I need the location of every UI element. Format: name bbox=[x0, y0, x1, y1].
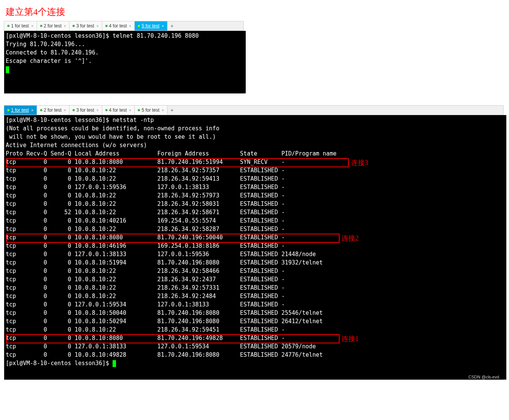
table-row: tcp 0 0 10.0.8.10:50294 81.70.240.196:80… bbox=[6, 317, 505, 325]
tab-label: 4 for test bbox=[109, 107, 127, 113]
table-row: tcp 0 0 10.0.8.10:22 218.26.34.92:2484 E… bbox=[6, 292, 505, 300]
annotation-conn3: 连接3 bbox=[351, 158, 368, 167]
tab-1-4[interactable]: 4 for test× bbox=[102, 21, 135, 30]
table-row: tcp 0 0 10.0.8.10:22 218.26.34.92:57973 … bbox=[6, 191, 505, 200]
status-dot-icon bbox=[72, 25, 75, 27]
terminal-prompt: [pxl@VM-8-10-centos lesson36]$ bbox=[6, 360, 113, 367]
netstat-header: Proto Recv-Q Send-Q Local Address Foreig… bbox=[6, 150, 337, 157]
tab-label: 2 for test bbox=[44, 23, 62, 29]
status-dot-icon bbox=[7, 25, 10, 27]
status-dot-icon bbox=[105, 25, 108, 27]
table-row: tcp 0 0 10.0.8.10:50040 81.70.240.196:80… bbox=[6, 309, 505, 317]
tab-bar-2: 1 for test× 2 for test× 3 for test× 4 fo… bbox=[4, 106, 503, 115]
status-dot-icon bbox=[7, 109, 10, 111]
terminal-output-1[interactable]: [pxl@VM-8-10-centos lesson36]$ telnet 81… bbox=[4, 31, 246, 93]
status-dot-icon bbox=[138, 25, 140, 27]
table-row: tcp 0 0 10.0.8.10:40216 169.254.0.55:557… bbox=[6, 216, 505, 225]
close-icon[interactable]: × bbox=[64, 24, 66, 28]
table-row: tcp 0 0 127.0.0.1:59534 127.0.0.1:38133 … bbox=[6, 300, 505, 309]
tab-1-3[interactable]: 3 for test× bbox=[69, 21, 102, 30]
terminal-line: (Not all processes could be identified, … bbox=[6, 125, 219, 132]
close-icon[interactable]: × bbox=[129, 24, 131, 28]
add-tab-button[interactable]: + bbox=[168, 107, 177, 113]
tab-label: 5 for test bbox=[142, 107, 159, 113]
terminal-window-2-wrap: 1 for test× 2 for test× 3 for test× 4 fo… bbox=[4, 105, 504, 380]
tab-label: 3 for test bbox=[76, 107, 94, 113]
tab-label: 4 for test bbox=[109, 23, 127, 29]
table-row: tcp 0 0 127.0.0.1:59536 127.0.0.1:38133 … bbox=[6, 183, 505, 191]
tab-1-2[interactable]: 2 for test× bbox=[37, 21, 70, 30]
terminal-output-2[interactable]: [pxl@VM-8-10-centos lesson36]$ netstat -… bbox=[4, 115, 506, 380]
terminal-line: Escape character is '^]'. bbox=[6, 58, 92, 64]
table-row: tcp 0 0 10.0.8.10:8080 81.70.240.196:500… bbox=[6, 233, 505, 242]
terminal-line: Trying 81.70.240.196... bbox=[6, 41, 85, 48]
tab-2-2[interactable]: 2 for test× bbox=[37, 106, 70, 115]
annotation-conn1: 连接1 bbox=[341, 334, 359, 343]
table-row: tcp 0 0 10.0.8.10:8080 81.70.240.196:498… bbox=[6, 334, 505, 342]
table-row: tcp 0 0 10.0.8.10:22 218.26.34.92:2437 E… bbox=[6, 275, 505, 284]
cursor-icon bbox=[113, 360, 116, 367]
tab-label: 5 for test bbox=[142, 23, 159, 29]
terminal-line: Active Internet connections (w/o servers… bbox=[6, 142, 147, 149]
table-row: tcp 0 0 10.0.8.10:22 218.26.34.92:57357 … bbox=[6, 166, 505, 175]
table-row: tcp 0 0 10.0.8.10:8080 81.70.240.196:519… bbox=[6, 158, 505, 166]
table-row: tcp 0 0 10.0.8.10:22 218.26.34.92:58287 … bbox=[6, 225, 505, 233]
table-row: tcp 0 52 10.0.8.10:22 218.26.34.92:58671… bbox=[6, 208, 505, 216]
tab-label: 3 for test bbox=[76, 23, 94, 29]
table-row: tcp 0 0 127.0.0.1:38133 127.0.0.1:59536 … bbox=[6, 250, 505, 258]
tab-bar-1: 1 for test× 2 for test× 3 for test× 4 fo… bbox=[4, 21, 243, 31]
status-dot-icon bbox=[72, 109, 75, 111]
tab-1-5[interactable]: 5 for test× bbox=[135, 21, 168, 30]
terminal-window-1: 1 for test× 2 for test× 3 for test× 4 fo… bbox=[4, 21, 244, 94]
tab-label: 2 for test bbox=[44, 107, 62, 113]
tab-1-1[interactable]: 1 for test× bbox=[4, 21, 37, 30]
terminal-line: [pxl@VM-8-10-centos lesson36]$ telnet 81… bbox=[6, 32, 199, 39]
close-icon[interactable]: × bbox=[97, 24, 99, 28]
table-row: tcp 0 0 10.0.8.10:46196 169.254.0.138:81… bbox=[6, 242, 505, 250]
close-icon[interactable]: × bbox=[129, 108, 131, 112]
status-dot-icon bbox=[40, 25, 42, 27]
tab-label: 1 for test bbox=[11, 107, 29, 113]
close-icon[interactable]: × bbox=[162, 24, 164, 28]
table-row: tcp 0 0 127.0.0.1:38133 127.0.0.1:59534 … bbox=[6, 342, 505, 351]
close-icon[interactable]: × bbox=[162, 108, 164, 112]
tab-2-3[interactable]: 3 for test× bbox=[69, 106, 102, 115]
table-row: tcp 0 0 10.0.8.10:22 218.26.34.92:59451 … bbox=[6, 325, 505, 334]
terminal-line: [pxl@VM-8-10-centos lesson36]$ netstat -… bbox=[6, 117, 154, 123]
terminal-window-2: 1 for test× 2 for test× 3 for test× 4 fo… bbox=[4, 105, 504, 380]
table-row: tcp 0 0 10.0.8.10:22 218.26.34.92:57331 … bbox=[6, 284, 505, 292]
terminal-line: will not be shown, you would have to be … bbox=[6, 133, 216, 140]
page-title: 建立第4个连接 bbox=[6, 6, 505, 18]
table-row: tcp 0 0 10.0.8.10:22 218.26.34.92:58031 … bbox=[6, 200, 505, 208]
tab-label: 1 for test bbox=[11, 23, 29, 29]
tab-2-1[interactable]: 1 for test× bbox=[4, 106, 37, 115]
tab-2-4[interactable]: 4 for test× bbox=[102, 106, 135, 115]
close-icon[interactable]: × bbox=[64, 108, 66, 112]
close-icon[interactable]: × bbox=[97, 108, 99, 112]
table-row: tcp 0 0 10.0.8.10:49828 81.70.240.196:80… bbox=[6, 351, 505, 359]
cursor-icon bbox=[6, 66, 9, 73]
close-icon[interactable]: × bbox=[31, 108, 34, 112]
status-dot-icon bbox=[40, 109, 42, 111]
tab-2-5[interactable]: 5 for test× bbox=[135, 106, 168, 115]
table-row: tcp 0 0 10.0.8.10:22 218.26.34.92:58466 … bbox=[6, 267, 505, 275]
status-dot-icon bbox=[138, 109, 140, 111]
watermark: CSDN @cls-evd bbox=[469, 375, 499, 379]
table-row: tcp 0 0 10.0.8.10:22 218.26.34.92:59413 … bbox=[6, 175, 505, 183]
add-tab-button[interactable]: + bbox=[168, 23, 177, 29]
annotation-conn2: 连接2 bbox=[341, 234, 359, 243]
close-icon[interactable]: × bbox=[31, 24, 34, 28]
table-row: tcp 0 0 10.0.8.10:51994 81.70.240.196:80… bbox=[6, 258, 505, 267]
status-dot-icon bbox=[105, 109, 108, 111]
terminal-line: Connected to 81.70.240.196. bbox=[6, 49, 99, 56]
